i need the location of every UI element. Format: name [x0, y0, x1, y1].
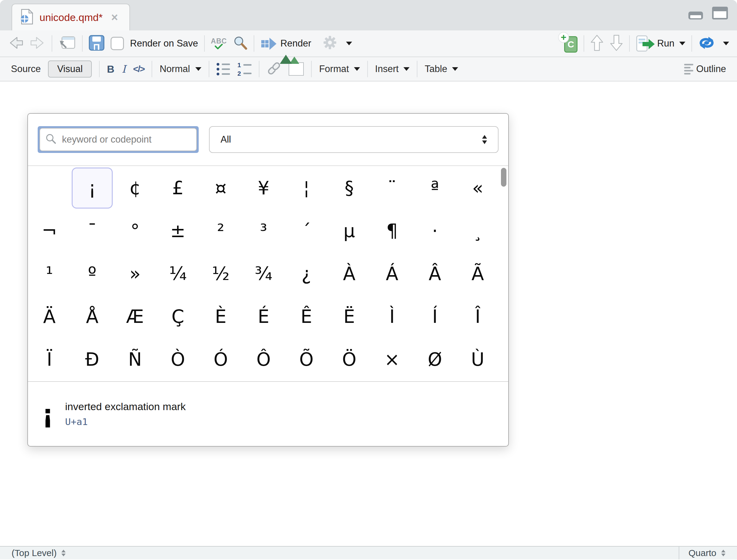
char-cell[interactable]: Ö: [329, 339, 370, 380]
run-button[interactable]: Run: [636, 35, 685, 52]
filetype-selector[interactable]: Quarto: [679, 547, 725, 559]
numbered-list-icon[interactable]: 1 2: [237, 62, 252, 77]
link-icon[interactable]: [267, 61, 281, 77]
rstudio-window: unicode.qmd* ×: [0, 0, 737, 560]
char-cell[interactable]: ²: [200, 210, 241, 251]
char-cell[interactable]: °: [115, 210, 156, 251]
close-icon[interactable]: ×: [111, 12, 118, 23]
insert-menu[interactable]: Insert: [375, 64, 410, 74]
char-cell[interactable]: ·: [414, 210, 455, 251]
char-cell[interactable]: ª: [414, 168, 455, 209]
down-arrow-icon[interactable]: [610, 34, 623, 53]
render-button[interactable]: Render: [260, 36, 312, 50]
char-cell[interactable]: §: [329, 168, 370, 209]
char-cell[interactable]: ¦: [286, 168, 327, 209]
source-mode-button[interactable]: Source: [11, 64, 41, 74]
gear-dropdown-caret[interactable]: [346, 42, 352, 45]
up-arrow-icon[interactable]: [590, 34, 604, 53]
char-cell[interactable]: À: [329, 253, 370, 294]
char-cell[interactable]: ¬: [29, 210, 70, 251]
char-cell[interactable]: £: [157, 168, 198, 209]
char-cell[interactable]: ¶: [371, 210, 412, 251]
char-cell[interactable]: Ê: [286, 296, 327, 337]
bullet-list-icon[interactable]: [217, 63, 230, 75]
char-cell[interactable]: Î: [457, 296, 498, 337]
new-chunk-icon[interactable]: C +: [560, 34, 577, 53]
gear-icon[interactable]: [322, 36, 338, 51]
char-cell[interactable]: Ò: [157, 339, 198, 380]
char-cell[interactable]: Ð: [72, 339, 113, 380]
scope-selector[interactable]: (Top Level): [12, 548, 66, 558]
char-cell[interactable]: Ë: [329, 296, 370, 337]
char-cell[interactable]: ¾: [243, 253, 284, 294]
spellcheck-icon[interactable]: ABC: [211, 38, 227, 49]
scrollbar-thumb[interactable]: [501, 168, 506, 187]
editor-tab[interactable]: unicode.qmd* ×: [12, 4, 130, 30]
char-cell[interactable]: Æ: [115, 296, 156, 337]
char-cell[interactable]: Ô: [243, 339, 284, 380]
char-cell[interactable]: ×: [371, 339, 412, 380]
rerun-dropdown-caret[interactable]: [723, 42, 729, 45]
char-cell[interactable]: Õ: [286, 339, 327, 380]
char-cell[interactable]: ´: [286, 210, 327, 251]
back-icon[interactable]: [8, 36, 24, 51]
tab-title: unicode.qmd*: [40, 12, 103, 23]
char-cell[interactable]: ¸: [457, 210, 498, 251]
char-cell[interactable]: ±: [157, 210, 198, 251]
bold-icon[interactable]: B: [107, 63, 115, 75]
rerun-icon[interactable]: [698, 36, 715, 51]
grid-scrollbar[interactable]: [500, 167, 507, 380]
editor-pane[interactable]: All ¡¢£¤¥¦§¨ª«¬¯°±²³´µ¶·¸¹º»¼½¾¿ÀÁÂÃÄÅÆÇ…: [0, 81, 737, 546]
format-menu[interactable]: Format: [319, 64, 360, 74]
char-cell[interactable]: Ã: [457, 253, 498, 294]
paragraph-style-dropdown[interactable]: Normal: [160, 64, 202, 74]
char-cell[interactable]: ½: [200, 253, 241, 294]
maximize-icon[interactable]: [712, 7, 728, 19]
char-cell[interactable]: Í: [414, 296, 455, 337]
char-cell[interactable]: Ñ: [115, 339, 156, 380]
run-dropdown-caret[interactable]: [679, 42, 685, 45]
char-cell[interactable]: ³: [243, 210, 284, 251]
image-icon[interactable]: [289, 62, 304, 76]
char-cell[interactable]: ¡: [72, 168, 113, 209]
search-icon[interactable]: [233, 36, 248, 51]
char-cell[interactable]: µ: [329, 210, 370, 251]
forward-icon[interactable]: [30, 36, 46, 51]
char-cell[interactable]: Å: [72, 296, 113, 337]
char-cell[interactable]: ¥: [243, 168, 284, 209]
char-cell[interactable]: Ì: [371, 296, 412, 337]
char-cell[interactable]: ¤: [200, 168, 241, 209]
char-cell[interactable]: «: [457, 168, 498, 209]
visual-mode-button[interactable]: Visual: [48, 60, 92, 78]
char-cell[interactable]: Â: [414, 253, 455, 294]
char-cell[interactable]: Ó: [200, 339, 241, 380]
italic-icon[interactable]: I: [122, 63, 126, 75]
char-cell[interactable]: Ù: [457, 339, 498, 380]
code-icon[interactable]: </>: [133, 64, 144, 74]
char-cell[interactable]: ¼: [157, 253, 198, 294]
popout-icon[interactable]: [58, 35, 76, 52]
char-cell[interactable]: [29, 168, 70, 209]
char-cell[interactable]: ¨: [371, 168, 412, 209]
char-cell[interactable]: Ø: [414, 339, 455, 380]
char-cell[interactable]: ¯: [72, 210, 113, 251]
char-cell[interactable]: »: [115, 253, 156, 294]
char-cell[interactable]: È: [200, 296, 241, 337]
save-icon[interactable]: [89, 35, 105, 52]
char-cell[interactable]: ¹: [29, 253, 70, 294]
table-menu[interactable]: Table: [425, 64, 458, 74]
char-cell[interactable]: º: [72, 253, 113, 294]
search-input[interactable]: [61, 134, 191, 145]
render-on-save-checkbox[interactable]: [111, 37, 124, 50]
char-cell[interactable]: Ä: [29, 296, 70, 337]
char-cell[interactable]: Á: [371, 253, 412, 294]
category-select[interactable]: All: [209, 126, 498, 153]
minimize-icon[interactable]: [688, 12, 703, 19]
char-cell[interactable]: Ï: [29, 339, 70, 380]
outline-toggle[interactable]: Outline: [684, 64, 726, 74]
char-cell[interactable]: Ç: [157, 296, 198, 337]
char-cell[interactable]: ¢: [115, 168, 156, 209]
char-cell[interactable]: É: [243, 296, 284, 337]
char-cell[interactable]: ¿: [286, 253, 327, 294]
search-box[interactable]: [40, 128, 197, 151]
